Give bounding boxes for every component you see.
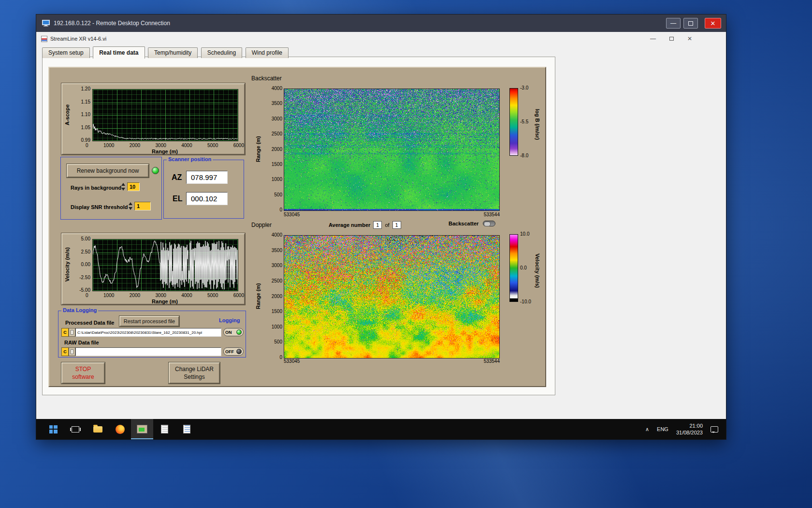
app-restore-icon[interactable] — [669, 37, 674, 41]
labview-vi-icon — [41, 36, 47, 42]
streamline-app-button[interactable] — [131, 419, 153, 439]
average-total-field[interactable]: 1 — [392, 221, 401, 229]
average-number-field[interactable]: 1 — [373, 221, 382, 229]
taskbar-clock[interactable]: 21:00 31/08/2023 — [676, 422, 703, 436]
file-explorer-button[interactable] — [87, 419, 109, 439]
tick-label: 4000 — [181, 293, 192, 298]
rays-in-background-field[interactable]: 10 — [127, 182, 140, 191]
tick-label: 4000 — [261, 233, 282, 238]
tick-label: 4000 — [181, 143, 192, 148]
tab-real-time-data[interactable]: Real time data — [93, 46, 145, 59]
task-view-button[interactable] — [64, 419, 87, 439]
tick-label: 2000 — [130, 143, 140, 148]
tick-label: 0 — [86, 143, 88, 148]
rays-in-background-label: Rays in background — [71, 185, 121, 191]
scanner-position-title: Scanner position — [167, 156, 213, 162]
processed-browse-icon[interactable] — [69, 328, 75, 337]
tick-label: 1000 — [261, 177, 282, 182]
data-logging-title: Data Logging — [61, 307, 98, 313]
ascope-yticks: 1.201.151.101.050.99 — [72, 87, 90, 143]
tick-label: 5000 — [207, 293, 218, 298]
app-minimize-icon[interactable]: — — [650, 35, 656, 42]
close-icon[interactable]: ✕ — [705, 18, 721, 29]
tick-label: 1000 — [103, 293, 114, 298]
raw-path-field[interactable] — [75, 347, 221, 356]
tick-label: 500 — [261, 193, 282, 197]
velocity-ylabel: Velocity (m/s) — [64, 239, 72, 290]
velocity-plot — [92, 239, 238, 291]
velocity-xlabel: Range (m) — [92, 299, 237, 304]
processed-data-file-label: Processed Data file — [65, 320, 115, 326]
az-value-field[interactable]: 078.997 — [186, 171, 228, 184]
app-titlebar[interactable]: StreamLine XR v14-6.vi — ✕ — [36, 32, 726, 45]
az-label: AZ — [172, 173, 182, 182]
tick-label: 1.20 — [72, 87, 90, 91]
doppler-colorbar — [509, 234, 518, 302]
backscatter-yticks: 40003500300025002000150010005000 — [261, 86, 282, 212]
velocity-graph: Velocity (m/s) 5.002.500.00-2.50-5.00 01… — [61, 233, 245, 305]
doppler-xrange: 533045 533544 — [284, 359, 500, 364]
folder-icon — [93, 426, 102, 433]
processed-logging-toggle[interactable]: ON — [223, 328, 244, 336]
tick-label: 3000 — [156, 293, 166, 298]
rdp-titlebar[interactable]: 192.168.0.122 - Remote Desktop Connectio… — [36, 15, 726, 32]
scan-scheduler-button[interactable] — [153, 419, 175, 439]
tick-label: 0 — [261, 208, 282, 212]
rdp-computer-icon — [42, 20, 50, 27]
average-number-label: Average number — [329, 222, 370, 228]
action-center-icon[interactable] — [710, 426, 718, 433]
stop-software-button[interactable]: STOP software — [61, 362, 105, 384]
restart-processed-file-button[interactable]: Restart processed file — [119, 316, 179, 327]
snr-threshold-field[interactable]: 1 — [134, 202, 151, 210]
taskbar-date: 31/08/2023 — [676, 429, 703, 436]
tick-label: 4000 — [261, 86, 282, 91]
document-icon — [183, 425, 190, 433]
tab-system-setup[interactable]: System setup — [42, 47, 90, 58]
tick-label: -2.50 — [72, 275, 90, 280]
tick-label: 1000 — [261, 325, 282, 329]
raw-browse-icon[interactable] — [69, 347, 75, 356]
tab-scheduling[interactable]: Scheduling — [201, 47, 242, 58]
tick-label: 1.15 — [72, 100, 90, 105]
tick-label: -5.00 — [72, 288, 90, 293]
snr-spinner[interactable] — [129, 202, 133, 210]
firefox-button[interactable] — [109, 419, 131, 439]
el-label: EL — [173, 194, 182, 203]
tick-label: 2500 — [261, 132, 282, 136]
tick-label: 2000 — [261, 294, 282, 299]
change-lidar-settings-button[interactable]: Change LiDAR Settings — [169, 362, 220, 384]
tick-label: 2000 — [130, 293, 140, 298]
tick-label: 1.05 — [72, 125, 90, 130]
tick-label: 0.00 — [72, 262, 90, 267]
tab-wind-profile[interactable]: Wind profile — [246, 47, 289, 58]
rays-spinner[interactable] — [121, 182, 126, 191]
tab-temp-humidity[interactable]: Temp/humidity — [148, 47, 198, 58]
notepad-button[interactable] — [175, 419, 198, 439]
app-close-icon[interactable]: ✕ — [687, 35, 692, 42]
renew-background-button[interactable]: Renew background now — [67, 164, 149, 178]
el-value-field[interactable]: 000.102 — [186, 192, 228, 205]
backscatter-toggle[interactable] — [483, 221, 495, 226]
doppler-heatmap — [284, 235, 500, 359]
ascope-xticks: 0100020003000400050006000 — [86, 143, 244, 148]
processed-path-field[interactable]: C:\Lidar\Data\Proc\2023\202308\20230831\… — [75, 328, 221, 337]
backscatter-heatmap — [284, 89, 500, 211]
raw-drive-selector[interactable]: C — [61, 347, 69, 356]
raw-logging-toggle[interactable]: OFF — [223, 347, 244, 356]
tick-label: 5000 — [207, 143, 218, 148]
tick-label: 0 — [261, 355, 282, 360]
backscatter-title: Backscatter — [251, 75, 282, 82]
tick-label: 6000 — [233, 293, 244, 298]
backscatter-colorbar — [509, 88, 518, 156]
app-window-controls: — ✕ — [650, 35, 726, 42]
backscatter-toggle-row: Backscatter — [449, 221, 495, 226]
tick-label: 3500 — [261, 248, 282, 253]
maximize-icon[interactable] — [683, 18, 698, 29]
on-led — [236, 329, 242, 335]
processed-drive-selector[interactable]: C — [61, 328, 69, 337]
language-indicator[interactable]: ENG — [657, 426, 668, 432]
start-button[interactable] — [42, 419, 64, 439]
tray-chevron-icon[interactable]: ∧ — [645, 426, 649, 433]
doppler-title: Doppler — [251, 222, 272, 228]
minimize-icon[interactable]: — — [666, 18, 681, 29]
